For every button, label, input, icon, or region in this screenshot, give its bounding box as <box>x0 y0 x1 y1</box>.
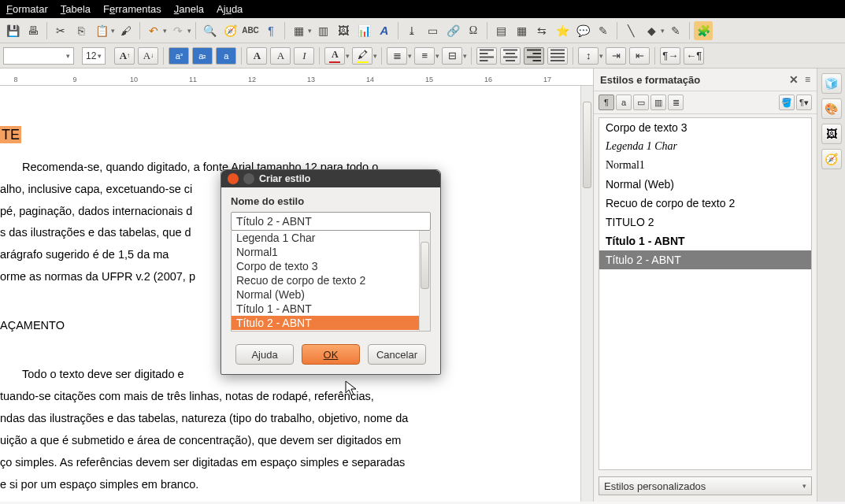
spellcheck-icon[interactable]: ABC <box>241 21 260 40</box>
menu-janela[interactable]: Janela <box>174 3 204 15</box>
list-item-selected[interactable]: Título 2 - ABNT <box>232 316 430 330</box>
style-row[interactable]: Corpo de texto 3 <box>599 118 811 137</box>
list-item[interactable]: Corpo de texto 3 <box>232 259 430 273</box>
special-char-icon[interactable]: Ω <box>464 21 483 40</box>
undo-icon[interactable]: ↶ <box>144 21 163 40</box>
character-styles-icon[interactable]: a <box>616 94 632 110</box>
shapes-dropdown[interactable]: ▾ <box>661 27 665 35</box>
align-left-icon[interactable] <box>476 47 497 65</box>
panel-menu-icon[interactable]: ≡ <box>805 74 810 85</box>
style-name-input[interactable] <box>231 212 431 231</box>
numbering-icon[interactable]: ≡ <box>414 47 435 65</box>
align-right-icon[interactable] <box>524 47 544 65</box>
print-icon[interactable]: 🖶 <box>24 21 43 40</box>
ltr-icon[interactable]: ¶→ <box>660 47 680 65</box>
footer-icon[interactable]: ▦ <box>512 21 531 40</box>
increase-font-icon[interactable]: A↑ <box>114 47 135 65</box>
body-text[interactable]: ndas das ilustrações e das tabelas, natu… <box>0 410 590 428</box>
frame-styles-icon[interactable]: ▭ <box>633 94 649 110</box>
draw-icon[interactable]: ✎ <box>666 21 685 40</box>
list-item[interactable]: Título 1 - ABNT <box>232 302 430 316</box>
vertical-scrollbar[interactable] <box>580 86 593 502</box>
list-item[interactable]: Legenda 1 Char <box>232 231 430 245</box>
style-row-selected[interactable]: Título 2 - ABNT <box>599 250 811 269</box>
style-row[interactable]: Legenda 1 Char <box>599 137 811 156</box>
align-center-icon[interactable] <box>500 47 521 65</box>
font-color-icon[interactable]: A <box>324 47 345 65</box>
ok-button[interactable]: OK <box>302 344 360 365</box>
find-icon[interactable]: 🔍 <box>200 21 219 40</box>
hyperlink-icon[interactable]: 🔗 <box>443 21 462 40</box>
style-row[interactable]: Título 1 - ABNT <box>599 232 811 250</box>
cross-reference-icon[interactable]: ⇆ <box>532 21 551 40</box>
list-item[interactable]: Recuo de corpo de texto 2 <box>232 273 430 287</box>
italic-icon[interactable]: I <box>294 47 314 65</box>
outline-icon[interactable]: A <box>270 47 291 65</box>
new-style-dropdown-icon[interactable]: ¶▾ <box>796 94 812 110</box>
shapes-icon[interactable]: ◆ <box>642 21 661 40</box>
cancel-button[interactable]: Cancelar <box>368 344 426 365</box>
undo-dropdown[interactable]: ▾ <box>163 27 167 35</box>
body-text[interactable]: e si por um espaço simples em branco. <box>0 476 590 495</box>
image-icon[interactable]: 🖼 <box>334 21 353 40</box>
char-style-icon[interactable]: a <box>216 47 236 65</box>
gallery-tab-icon[interactable]: 🖼 <box>821 124 842 144</box>
navigator-tab-icon[interactable]: 🧭 <box>821 149 842 169</box>
minimize-window-icon[interactable] <box>243 173 254 184</box>
outline-list-icon[interactable]: ⊟ <box>442 47 462 65</box>
decrease-indent-icon[interactable]: ⇤ <box>629 47 650 65</box>
superscript-icon[interactable]: a² <box>169 47 189 65</box>
increase-indent-icon[interactable]: ⇥ <box>606 47 626 65</box>
bold-icon[interactable]: A <box>246 47 267 65</box>
properties-tab-icon[interactable]: 🧊 <box>821 73 842 94</box>
menu-formatar[interactable]: Formatar <box>6 3 48 15</box>
list-item[interactable]: Normal (Web) <box>232 287 430 302</box>
page-break-icon[interactable]: ⤓ <box>402 21 421 40</box>
extension-icon[interactable]: 🧩 <box>694 21 713 40</box>
selected-text[interactable]: TE <box>0 126 21 143</box>
dialog-titlebar[interactable]: Criar estilo <box>221 170 440 187</box>
style-row[interactable]: Recuo de corpo de texto 2 <box>599 194 811 213</box>
nonprinting-chars-icon[interactable]: ¶ <box>261 21 280 40</box>
fill-format-icon[interactable]: 🪣 <box>779 94 795 110</box>
cut-icon[interactable]: ✂ <box>51 21 70 40</box>
list-styles-icon[interactable]: ≣ <box>668 94 684 110</box>
styles-list[interactable]: Corpo de texto 3 Legenda 1 Char Normal1 … <box>599 117 812 470</box>
font-size-combo[interactable]: 12▾ <box>82 47 106 65</box>
highlight-color-icon[interactable]: 🖍 <box>352 47 372 65</box>
body-text[interactable]: tuando-se citações com mais de três linh… <box>0 387 590 406</box>
styles-tab-icon[interactable]: 🎨 <box>821 98 842 119</box>
line-spacing-icon[interactable]: ↕ <box>578 47 599 65</box>
line-spacing-dropdown[interactable]: ▾ <box>599 52 603 60</box>
bookmark-icon[interactable]: ⭐ <box>553 21 572 40</box>
chart-icon[interactable]: 📊 <box>354 21 373 40</box>
page-styles-icon[interactable]: ▥ <box>650 94 666 110</box>
menu-ferramentas[interactable]: Ferramentas <box>103 3 161 15</box>
redo-icon[interactable]: ↷ <box>169 21 187 40</box>
table-dropdown[interactable]: ▾ <box>308 27 312 35</box>
track-changes-icon[interactable]: ✎ <box>594 21 613 40</box>
list-item[interactable]: Normal1 <box>232 245 430 259</box>
paste-dropdown[interactable]: ▾ <box>111 27 115 35</box>
format-paintbrush-icon[interactable]: 🖌 <box>117 21 135 40</box>
panel-close-icon[interactable]: ✕ <box>789 73 799 86</box>
close-window-icon[interactable] <box>228 173 239 184</box>
align-justify-icon[interactable] <box>547 47 568 65</box>
paste-icon[interactable]: 📋 <box>92 21 111 40</box>
menu-tabela[interactable]: Tabela <box>61 3 91 15</box>
help-button[interactable]: Ajuda <box>235 344 294 365</box>
header-icon[interactable]: ▤ <box>491 21 510 40</box>
body-text[interactable]: uição a que é submetido e área de concen… <box>0 432 590 450</box>
highlight-dropdown[interactable]: ▾ <box>373 52 377 60</box>
paragraph-styles-icon[interactable]: ¶ <box>599 94 614 110</box>
save-icon[interactable]: 💾 <box>3 21 22 40</box>
scrollbar-thumb[interactable] <box>583 102 591 188</box>
subscript-icon[interactable]: a₂ <box>192 47 213 65</box>
menu-ajuda[interactable]: Ajuda <box>217 3 243 15</box>
style-row[interactable]: Normal (Web) <box>599 175 811 194</box>
paragraph-style-combo[interactable]: ▾ <box>3 47 74 65</box>
numbering-dropdown[interactable]: ▾ <box>435 52 439 60</box>
redo-dropdown[interactable]: ▾ <box>187 27 191 35</box>
body-text[interactable]: ço simples. As referências devem ser dig… <box>0 454 590 472</box>
style-filter-combo[interactable]: Estilos personalizados ▾ <box>599 476 812 495</box>
